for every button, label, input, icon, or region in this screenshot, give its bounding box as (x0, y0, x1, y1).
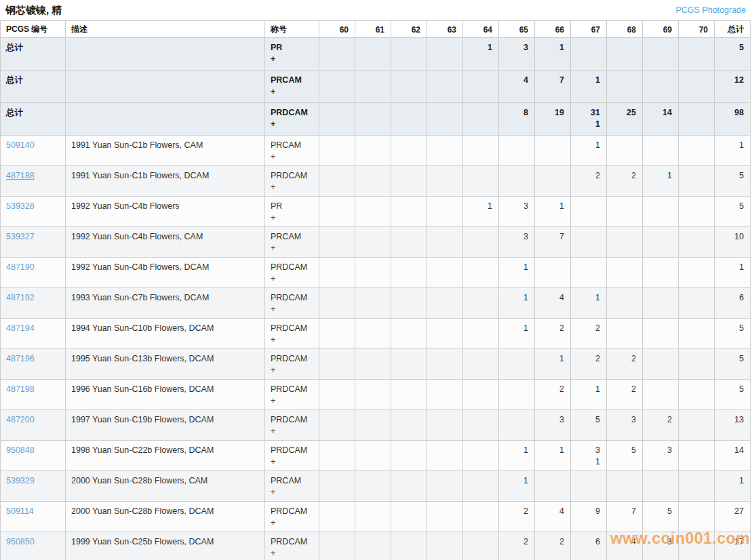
grade-60-cell (319, 38, 355, 71)
grade-64-cell (463, 532, 499, 560)
count-value (576, 475, 600, 487)
pcgs-number-cell: 539327 (1, 227, 66, 258)
grade-70-cell (679, 71, 715, 103)
pcgs-number-link[interactable]: 539329 (6, 476, 35, 485)
plus-count-value (576, 548, 600, 559)
count-value (612, 201, 636, 212)
grade-67-cell (571, 227, 607, 258)
plus-count-value: 1 (576, 119, 600, 130)
plus-count-value (325, 54, 349, 65)
pcgs-number-cell: 487198 (1, 380, 66, 410)
grade-64-cell (463, 349, 499, 380)
designation-plus-text: + (271, 182, 313, 193)
pcgs-number-link[interactable]: 539327 (6, 232, 35, 241)
count-value: 2 (612, 384, 636, 395)
pcgs-number-link[interactable]: 487194 (6, 323, 35, 333)
total-cell: 10 (715, 227, 751, 258)
pcgs-number-link[interactable]: 487198 (6, 384, 35, 394)
count-value (469, 536, 492, 548)
grade-60-cell (319, 349, 355, 380)
designation-text: PRDCAM (271, 506, 313, 517)
pcgs-number-link[interactable]: 487196 (6, 354, 35, 363)
grade-60-cell (319, 71, 355, 103)
total-cell: 5 (715, 349, 751, 380)
count-value (325, 42, 349, 54)
plus-count-value (576, 151, 600, 163)
grade-62-cell (391, 166, 427, 197)
plus-count-value (325, 86, 349, 98)
plus-count-value (469, 456, 492, 468)
grade-64-cell (463, 471, 499, 502)
count-value: 1 (720, 475, 744, 487)
count-value (397, 323, 420, 334)
count-value: 3 (648, 536, 672, 548)
count-value (361, 170, 384, 182)
top-bar: 钢芯镀镍, 精 PCGS Photograde (0, 0, 752, 20)
pcgs-number-link[interactable]: 487200 (6, 415, 35, 424)
grade-61-cell (355, 410, 391, 441)
plus-count-value (540, 273, 564, 285)
pcgs-number-link[interactable]: 487192 (6, 293, 35, 302)
description-text (71, 75, 259, 86)
grade-65-cell: 1 (499, 319, 535, 349)
pcgs-number-cell: 总计 (1, 71, 66, 103)
pcgs-number-link[interactable]: 539328 (6, 201, 35, 211)
designation-cell: PR+ (265, 38, 319, 71)
description-text: 1991 Yuan Sun-C1b Flowers, DCAM (71, 170, 259, 182)
grade-61-cell (355, 502, 391, 532)
grade-68-cell: 25 (607, 103, 643, 136)
designation-plus-text: + (271, 86, 313, 98)
table-row: 4871921993 Yuan Sun-C7b Flowers, DCAMPRD… (1, 288, 751, 319)
count-value (325, 323, 349, 334)
description-text: 1993 Yuan Sun-C7b Flowers, DCAM (71, 292, 259, 304)
pcgs-number-link[interactable]: 950848 (6, 445, 35, 455)
plus-count-value (325, 517, 349, 529)
plus-count-value (684, 182, 708, 193)
count-value (433, 445, 456, 456)
total-row-label: 总计 (6, 75, 23, 85)
plus-count-value (612, 334, 636, 346)
plus-count-value (469, 182, 492, 193)
count-value (612, 262, 636, 273)
description-cell: 1994 Yuan Sun-C10b Flowers, DCAM (66, 319, 265, 349)
grade-65-cell: 1 (499, 471, 535, 502)
count-value (469, 140, 492, 151)
col-header-65: 65 (499, 21, 535, 38)
plus-count-value (469, 517, 492, 529)
count-value (433, 414, 456, 426)
count-value: 1 (540, 353, 564, 365)
grade-66-cell: 2 (535, 319, 571, 349)
grade-68-cell: 5 (607, 441, 643, 471)
count-value (361, 445, 384, 456)
plus-count-value (397, 273, 420, 285)
grade-63-cell (427, 380, 463, 410)
pcgs-photograde-link[interactable]: PCGS Photograde (675, 5, 746, 15)
plus-count-value (469, 426, 492, 437)
count-value (684, 42, 708, 54)
pcgs-number-link[interactable]: 487190 (6, 262, 35, 272)
grade-63-cell (427, 38, 463, 71)
total-cell: 27 (715, 502, 751, 532)
count-value (684, 353, 708, 365)
pcgs-number-cell: 950850 (1, 532, 66, 560)
designation-plus-text: + (271, 426, 313, 437)
grade-69-cell (643, 227, 679, 258)
count-value (504, 414, 528, 426)
plus-count-value (361, 426, 384, 437)
pcgs-number-link[interactable]: 509140 (6, 140, 35, 150)
table-row: 5393292000 Yuan Sun-C28b Flowers, CAMPRC… (1, 471, 751, 502)
count-value (325, 384, 349, 395)
pcgs-number-link[interactable]: 509114 (6, 506, 34, 516)
plus-count-value (504, 365, 528, 376)
count-value: 8 (504, 107, 528, 119)
pcgs-number-link[interactable]: 487188 (6, 171, 35, 180)
plus-count-value (504, 304, 528, 315)
count-value (325, 292, 349, 304)
count-value (469, 75, 492, 86)
count-value (397, 536, 420, 548)
pcgs-number-cell: 487200 (1, 410, 66, 441)
grade-68-cell: 2 (607, 166, 643, 197)
pcgs-number-link[interactable]: 950850 (6, 537, 35, 546)
grade-60-cell (319, 227, 355, 258)
designation-plus-text: + (271, 304, 313, 315)
